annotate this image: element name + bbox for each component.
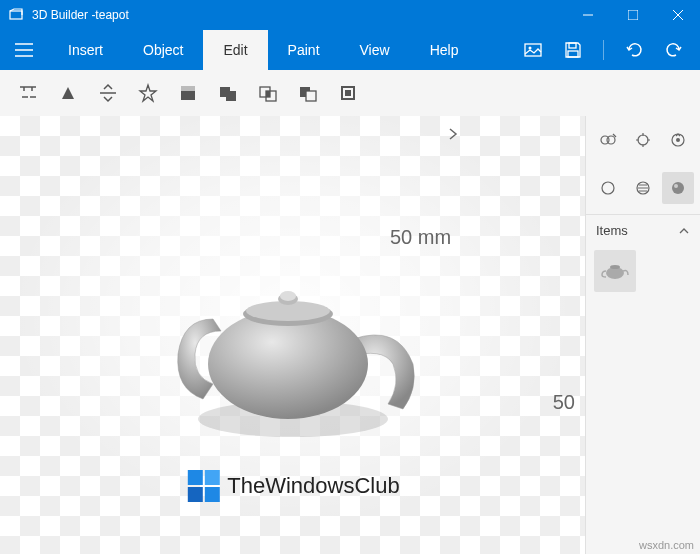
footer-tag: wsxdn.com	[639, 539, 694, 551]
svg-rect-24	[266, 91, 270, 97]
extrude-tool[interactable]	[332, 77, 364, 109]
app-title: 3D Builder -teapot	[32, 8, 129, 22]
main-area: 50 mm 50	[0, 116, 700, 554]
svg-point-9	[529, 47, 532, 50]
sidebar-row-mode	[586, 116, 700, 164]
dimension-label-depth: 50	[553, 391, 575, 414]
svg-rect-0	[10, 11, 22, 19]
intersect-tool[interactable]	[252, 77, 284, 109]
sidebar: Items	[585, 116, 700, 554]
redo-button[interactable]	[656, 32, 692, 68]
menu-edit[interactable]: Edit	[203, 30, 267, 70]
watermark-text: TheWindowsClub	[227, 473, 399, 499]
svg-rect-26	[306, 91, 316, 101]
app-icon	[8, 7, 24, 23]
minimize-button[interactable]	[565, 0, 610, 30]
svg-point-44	[602, 182, 614, 194]
svg-point-46	[672, 182, 684, 194]
sidebar-row-shading	[586, 164, 700, 215]
menu-view[interactable]: View	[340, 30, 410, 70]
simplify-tool[interactable]	[52, 77, 84, 109]
menu-divider	[603, 40, 604, 60]
watermark-logo-icon	[185, 468, 221, 504]
svg-point-47	[674, 184, 678, 188]
chevron-up-icon	[678, 223, 690, 238]
viewport-3d[interactable]: 50 mm 50	[0, 116, 585, 554]
merge-tool[interactable]	[212, 77, 244, 109]
sidebar-toggle[interactable]	[441, 122, 465, 146]
edit-toolbar	[0, 70, 700, 116]
close-button[interactable]	[655, 0, 700, 30]
svg-point-43	[676, 138, 680, 142]
menu-paint[interactable]: Paint	[268, 30, 340, 70]
svg-rect-11	[568, 51, 578, 57]
titlebar: 3D Builder -teapot	[0, 0, 700, 30]
smooth-tool[interactable]	[92, 77, 124, 109]
shading-smooth-icon[interactable]	[662, 172, 694, 204]
svg-rect-2	[628, 10, 638, 20]
svg-point-49	[610, 265, 620, 269]
svg-rect-35	[187, 470, 202, 485]
undo-button[interactable]	[616, 32, 652, 68]
emboss-tool[interactable]	[132, 77, 164, 109]
menubar: Insert Object Edit Paint View Help	[0, 30, 700, 70]
items-list	[586, 246, 700, 296]
image-button[interactable]	[515, 32, 551, 68]
items-label: Items	[596, 223, 628, 238]
svg-rect-19	[181, 86, 195, 91]
split-tool[interactable]	[12, 77, 44, 109]
dimension-label-width: 50 mm	[390, 226, 451, 249]
svg-point-34	[280, 291, 296, 301]
subtract-tool[interactable]	[292, 77, 324, 109]
svg-rect-36	[204, 470, 219, 485]
teapot-model[interactable]	[153, 269, 433, 453]
maximize-button[interactable]	[610, 0, 655, 30]
svg-rect-10	[569, 43, 576, 48]
svg-rect-37	[187, 487, 202, 502]
svg-point-40	[607, 136, 615, 144]
svg-rect-21	[226, 91, 236, 101]
menu-object[interactable]: Object	[123, 30, 203, 70]
svg-rect-38	[204, 487, 219, 502]
mode-move-icon[interactable]	[627, 124, 659, 156]
hollow-tool[interactable]	[172, 77, 204, 109]
mode-object-icon[interactable]	[592, 124, 624, 156]
menu-help[interactable]: Help	[410, 30, 479, 70]
mode-rotate-icon[interactable]	[662, 124, 694, 156]
item-thumbnail-teapot[interactable]	[594, 250, 636, 292]
save-button[interactable]	[555, 32, 591, 68]
watermark: TheWindowsClub	[185, 468, 399, 504]
shading-wireframe-icon[interactable]	[592, 172, 624, 204]
svg-rect-28	[345, 90, 351, 96]
shading-flat-icon[interactable]	[627, 172, 659, 204]
items-panel-header[interactable]: Items	[586, 215, 700, 246]
window-controls	[565, 0, 700, 30]
menu-insert[interactable]: Insert	[48, 30, 123, 70]
svg-point-41	[638, 135, 648, 145]
hamburger-menu[interactable]	[0, 30, 48, 70]
